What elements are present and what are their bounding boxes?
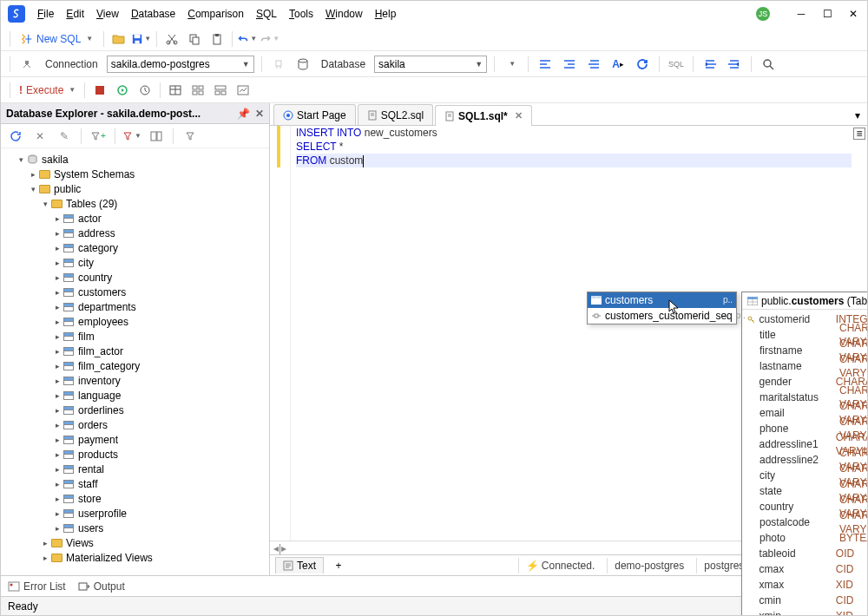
menu-tools[interactable]: Tools [284,4,319,23]
copy-button[interactable] [185,29,204,49]
tree-views[interactable]: ▸Views [1,535,269,550]
comment-icon[interactable] [584,55,603,74]
tree-table-userprofile[interactable]: ▸userprofile [1,506,269,521]
statusbar: Ready Ln 3 Col 12 Ch 12 [1,596,867,615]
save-button[interactable]: ▼ [132,29,151,49]
paste-button[interactable] [207,29,227,49]
tree-db-sakila[interactable]: ▾sakila [1,152,269,167]
indent-icon[interactable] [560,55,579,74]
autocomplete-item-customers[interactable]: customersp.. [588,292,736,308]
tree-table-film_actor[interactable]: ▸film_actor [1,344,269,358]
tab-start-page[interactable]: Start Page [273,104,356,125]
close-panel-icon[interactable]: ✕ [255,108,264,120]
maximize-button[interactable]: ☐ [820,7,834,21]
grid-icon[interactable] [188,81,207,100]
tree-table-orders[interactable]: ▸orders [1,417,269,432]
tree-table-film_category[interactable]: ▸film_category [1,358,269,373]
autocomplete-popup[interactable]: customersp.. customers_customerid_seqp.. [587,292,737,324]
tree-table-rental[interactable]: ▸rental [1,462,269,476]
svg-rect-40 [79,583,87,590]
chart-icon[interactable] [233,81,253,100]
edit-icon[interactable]: ✎ [55,127,74,146]
layout-icon[interactable] [211,81,230,100]
search-icon[interactable] [759,55,778,74]
new-sql-button[interactable]: New SQL ▼ [16,31,98,47]
menu-file[interactable]: File [32,4,59,23]
run-icon[interactable] [113,81,132,100]
filter1-icon[interactable]: + [89,127,108,146]
tree-table-address[interactable]: ▸address [1,226,269,240]
db-icon[interactable] [293,55,312,74]
refresh-icon[interactable] [633,55,652,74]
tree-table-employees[interactable]: ▸employees [1,314,269,329]
tree-table-actor[interactable]: ▸actor [1,211,269,226]
database-tree[interactable]: ▾sakila▸System Schemas▾public▾Tables (29… [1,148,269,575]
menu-sql[interactable]: SQL [251,4,282,23]
stop-icon[interactable] [90,81,109,100]
pin-icon[interactable]: 📌 [237,108,250,120]
tree-table-products[interactable]: ▸products [1,447,269,462]
cut-button[interactable] [162,29,181,49]
sql-mode-icon[interactable]: SQL [667,55,686,74]
execute-button[interactable]: ! Execute ▼ [16,82,79,98]
tree-table-country[interactable]: ▸country [1,270,269,285]
user-badge[interactable]: JS [756,7,770,21]
menu-edit[interactable]: Edit [61,4,89,23]
menu-view[interactable]: View [91,4,124,23]
sql-editor[interactable]: ≡ INSERT INTO new_customers SELECT * FRO… [270,126,867,541]
connect-icon[interactable] [17,55,36,74]
tree-table-customers[interactable]: ▸customers [1,285,269,299]
filter2-icon[interactable]: ▼ [122,127,141,146]
undo-button[interactable]: ▼ [238,29,257,49]
results-text-tab[interactable]: Text [275,557,324,573]
tree-table-departments[interactable]: ▸departments [1,299,269,314]
tree-table-category[interactable]: ▸category [1,240,269,255]
tree-table-staff[interactable]: ▸staff [1,476,269,491]
tree-mat-views[interactable]: ▸Materialized Views [1,550,269,565]
history-icon[interactable] [135,81,155,100]
tree-table-inventory[interactable]: ▸inventory [1,373,269,388]
database-dropdown[interactable]: sakila▼ [374,56,487,73]
step-out-icon[interactable] [700,55,720,74]
tree-table-film[interactable]: ▸film [1,329,269,344]
refresh-tree-icon[interactable] [6,127,25,146]
tree-table-users[interactable]: ▸users [1,521,269,535]
tree-table-language[interactable]: ▸language [1,388,269,403]
open-button[interactable] [109,29,128,49]
delete-icon[interactable]: ✕ [30,127,49,146]
autocomplete-item-seq[interactable]: customers_customerid_seqp.. [588,308,736,324]
add-results-tab[interactable]: + [329,556,348,575]
tree-table-store[interactable]: ▸store [1,491,269,506]
menu-window[interactable]: Window [320,4,368,23]
panel-mode-icon[interactable] [147,127,166,146]
tree-table-orderlines[interactable]: ▸orderlines [1,403,269,417]
tree-table-city[interactable]: ▸city [1,255,269,270]
menu-database[interactable]: Database [126,4,181,23]
output-tab[interactable]: Output [78,580,125,593]
tab-sql1[interactable]: SQL1.sql*✕ [435,105,532,126]
redo-button[interactable]: ▼ [260,29,279,49]
tree-tables[interactable]: ▾Tables (29) [1,196,269,211]
menu-help[interactable]: Help [370,4,402,23]
tab-sql2[interactable]: SQL2.sql [358,104,433,125]
funnel-icon[interactable] [181,127,200,146]
column-row-photo: photoBYTEA [742,530,868,546]
titlebar: FileEditViewDatabaseComparisonSQLToolsWi… [1,1,867,27]
minimize-button[interactable]: ─ [794,7,808,21]
tabs-dropdown[interactable]: ▾ [848,106,867,125]
connection-dropdown[interactable]: sakila.demo-postgres▼ [107,56,254,73]
align-left-icon[interactable] [536,55,555,74]
step-in-icon[interactable] [725,55,744,74]
svg-rect-1 [135,34,141,37]
plug-icon[interactable] [269,55,288,74]
table-icon[interactable] [166,81,185,100]
more-dropdown[interactable]: ▼ [502,55,521,74]
close-tab-icon[interactable]: ✕ [515,110,523,121]
tree-schema-public[interactable]: ▾public [1,181,269,196]
tree-table-payment[interactable]: ▸payment [1,432,269,447]
tree-system-schemas[interactable]: ▸System Schemas [1,167,269,181]
case-icon[interactable]: A▸ [608,55,628,74]
close-button[interactable]: ✕ [846,7,860,21]
error-list-tab[interactable]: Error List [8,580,66,593]
menu-comparison[interactable]: Comparison [182,4,249,23]
